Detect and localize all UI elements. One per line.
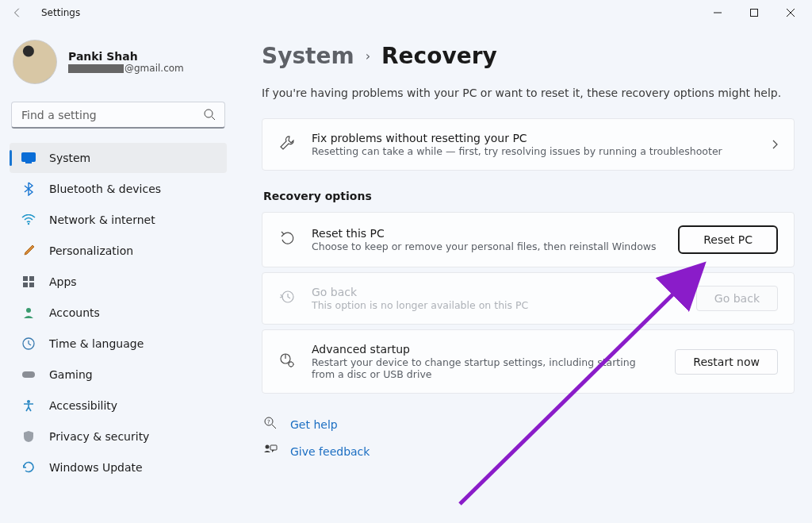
svg-rect-24: [270, 445, 277, 450]
help-icon: ?: [263, 416, 279, 433]
sidebar-item-accounts[interactable]: Accounts: [10, 298, 227, 328]
svg-rect-9: [23, 276, 28, 281]
chevron-right-icon: ›: [366, 48, 370, 63]
sidebar-item-label: Privacy & security: [49, 430, 149, 443]
sidebar-item-label: Gaming: [49, 368, 93, 381]
sidebar-item-network[interactable]: Network & internet: [10, 205, 227, 235]
sidebar-item-label: Apps: [49, 275, 77, 288]
fix-problems-card[interactable]: Fix problems without resetting your PC R…: [262, 118, 795, 171]
display-icon: [21, 150, 36, 166]
intro-text: If you're having problems with your PC o…: [262, 87, 795, 99]
get-help-link[interactable]: ? Get help: [262, 411, 795, 438]
sidebar-item-label: Windows Update: [49, 461, 143, 474]
svg-rect-12: [29, 283, 34, 287]
sidebar-item-privacy[interactable]: Privacy & security: [10, 421, 227, 452]
reset-icon: [278, 229, 296, 250]
sidebar-item-label: Bluetooth & devices: [49, 183, 161, 195]
close-button[interactable]: [772, 0, 809, 25]
globe-clock-icon: [21, 336, 36, 352]
svg-rect-7: [25, 162, 32, 163]
link-label[interactable]: Give feedback: [290, 445, 370, 458]
card-desc: Choose to keep or remove your personal f…: [312, 240, 662, 252]
svg-point-4: [205, 110, 213, 117]
section-label: Recovery options: [263, 190, 795, 202]
card-title: Advanced startup: [312, 343, 659, 356]
sidebar-item-time-language[interactable]: Time & language: [10, 329, 227, 359]
breadcrumb-parent[interactable]: System: [262, 43, 354, 69]
card-desc: Resetting can take a while — first, try …: [312, 145, 756, 157]
card-desc: Restart your device to change startup se…: [312, 356, 659, 380]
sidebar-item-bluetooth[interactable]: Bluetooth & devices: [10, 174, 227, 204]
minimize-button[interactable]: [699, 0, 736, 25]
chevron-right-icon: [772, 137, 778, 152]
sidebar-item-windows-update[interactable]: Windows Update: [10, 452, 227, 483]
apps-icon: [21, 274, 36, 290]
breadcrumb: System › Recovery: [262, 43, 795, 69]
paintbrush-icon: [21, 243, 36, 259]
sidebar-item-gaming[interactable]: Gaming: [10, 360, 227, 390]
sidebar-item-label: Accounts: [49, 306, 100, 319]
svg-text:?: ?: [267, 419, 270, 425]
search-input[interactable]: [11, 102, 225, 129]
advanced-startup-card: Advanced startup Restart your device to …: [262, 329, 795, 394]
sidebar-item-label: System: [49, 152, 90, 164]
sidebar-item-personalization[interactable]: Personalization: [10, 236, 227, 266]
sidebar-item-label: Time & language: [49, 337, 144, 350]
account-name: Panki Shah: [68, 50, 184, 63]
wifi-icon: [21, 212, 36, 228]
account-block[interactable]: Panki Shah @gmail.com: [6, 32, 230, 102]
card-desc: This option is no longer available on th…: [312, 299, 680, 311]
card-title: Fix problems without resetting your PC: [312, 132, 756, 144]
sidebar-item-accessibility[interactable]: Accessibility: [10, 390, 227, 421]
person-icon: [21, 305, 36, 321]
bluetooth-icon: [21, 181, 36, 197]
search-icon: [203, 108, 216, 124]
account-email: @gmail.com: [68, 63, 184, 74]
back-button[interactable]: [8, 3, 27, 22]
svg-point-13: [26, 308, 31, 313]
svg-rect-6: [22, 153, 36, 162]
svg-rect-15: [22, 371, 35, 378]
search-box[interactable]: [11, 102, 225, 129]
link-label[interactable]: Get help: [290, 418, 338, 431]
svg-point-23: [266, 445, 270, 449]
gamepad-icon: [21, 367, 36, 383]
svg-point-8: [28, 223, 29, 225]
svg-point-16: [27, 400, 30, 403]
give-feedback-link[interactable]: Give feedback: [262, 438, 795, 465]
reset-pc-card: Reset this PC Choose to keep or remove y…: [262, 212, 795, 267]
shield-icon: [21, 429, 36, 444]
accessibility-icon: [21, 398, 36, 413]
restart-now-button[interactable]: Restart now: [675, 349, 778, 375]
avatar: [13, 40, 57, 84]
window-title: Settings: [41, 7, 80, 18]
card-title: Go back: [312, 286, 680, 298]
svg-rect-10: [29, 276, 34, 281]
wrench-icon: [278, 134, 296, 155]
update-icon: [21, 460, 36, 475]
history-icon: [278, 288, 296, 309]
svg-line-5: [212, 117, 215, 120]
sidebar-item-label: Network & internet: [49, 213, 155, 226]
card-title: Reset this PC: [312, 227, 662, 240]
go-back-button: Go back: [696, 286, 778, 311]
sidebar-item-apps[interactable]: Apps: [10, 267, 227, 297]
maximize-button[interactable]: [736, 0, 772, 25]
sidebar-item-system[interactable]: System: [10, 143, 227, 173]
sidebar-item-label: Personalization: [49, 244, 133, 257]
page-title: Recovery: [381, 43, 497, 69]
sidebar-item-label: Accessibility: [49, 399, 117, 412]
svg-rect-11: [23, 283, 28, 287]
feedback-icon: [263, 443, 279, 460]
svg-point-20: [289, 362, 293, 367]
svg-rect-1: [751, 10, 758, 17]
power-gear-icon: [278, 352, 296, 372]
reset-pc-button[interactable]: Reset PC: [678, 225, 778, 254]
go-back-card: Go back This option is no longer availab…: [262, 272, 795, 325]
